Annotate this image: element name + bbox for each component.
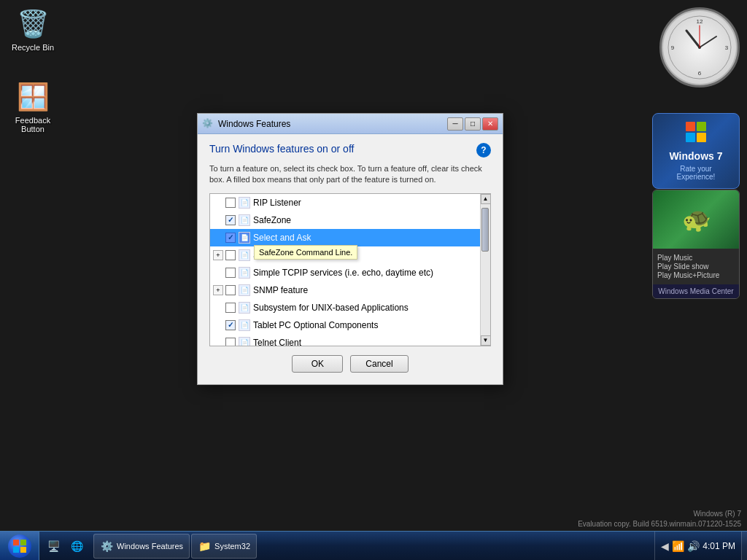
feature-list-scrollbar[interactable]: ▲ ▼	[480, 194, 490, 346]
scrollbar-thumb[interactable]	[481, 208, 489, 252]
safezone-tooltip: SafeZone Command Line.	[254, 245, 357, 260]
feature-icon-tablet: 📄	[239, 319, 250, 331]
show-desktop-strip[interactable]	[741, 532, 747, 561]
feature-name-telnet-client: Telnet Client	[253, 338, 301, 346]
feature-icon-rip: 📄	[239, 197, 250, 209]
feature-icon-select: 📄	[239, 232, 250, 244]
checkbox-tablet-pc[interactable]	[225, 320, 236, 330]
ok-button[interactable]: OK	[292, 355, 343, 373]
checkbox-telnet-client[interactable]	[225, 338, 236, 346]
cancel-button[interactable]: Cancel	[350, 355, 408, 373]
svg-rect-15	[13, 547, 19, 553]
start-button[interactable]	[0, 532, 39, 561]
feature-name-subsystem-unix: Subsystem for UNIX-based Applications	[253, 303, 409, 313]
win-copyright-line2: Evaluation copy. Build 6519.winmain.0712…	[578, 519, 741, 529]
ie-btn[interactable]: 🌐	[66, 535, 88, 557]
show-desktop-btn[interactable]: 🖥️	[42, 535, 64, 557]
dialog-title-text: Windows Features	[218, 119, 290, 129]
system-tray: ◀ 📶 🔊 4:01 PM	[654, 532, 741, 560]
windows-features-taskbar-label: Windows Features	[117, 542, 183, 551]
checkbox-subsystem-unix[interactable]	[225, 303, 236, 313]
tray-volume-icon[interactable]: 🔊	[687, 540, 700, 552]
taskbar-windows-features[interactable]: ⚙️ Windows Features	[93, 534, 190, 559]
feature-list: 📄 RIP Listener 📄 SafeZone	[210, 194, 490, 346]
tray-time-display: 4:01 PM	[703, 541, 735, 551]
svg-rect-13	[13, 540, 19, 545]
feature-name-safezone: SafeZone	[253, 215, 291, 225]
win-copyright: Windows (R) 7 Evaluation copy. Build 651…	[578, 509, 741, 529]
checkbox-snmp[interactable]	[225, 285, 236, 295]
taskbar-items: ⚙️ Windows Features 📁 System32	[90, 534, 654, 559]
checkbox-rip-listener[interactable]	[225, 198, 236, 208]
desktop: 🗑️ Recycle Bin 🪟 Feedback Button 12 3 6 …	[0, 0, 747, 560]
tray-arrow-icon[interactable]: ◀	[661, 540, 669, 552]
windows-features-dialog: ⚙️ Windows Features ─ □ ✕ Turn Windows f…	[197, 113, 503, 385]
start-orb	[8, 534, 31, 558]
windows-features-taskbar-icon: ⚙️	[100, 540, 113, 553]
checkbox-safezone[interactable]	[225, 215, 236, 225]
feature-item-safezone[interactable]: 📄 SafeZone	[210, 211, 490, 229]
feature-item-tablet-pc[interactable]: 📄 Tablet PC Optional Components	[210, 316, 490, 334]
dialog-content: Turn Windows features on or off ? To tur…	[198, 134, 503, 384]
dialog-maximize-btn[interactable]: □	[465, 117, 481, 131]
svg-rect-14	[20, 540, 26, 545]
dialog-minimize-btn[interactable]: ─	[447, 117, 463, 131]
dialog-title-left: ⚙️ Windows Features	[202, 118, 290, 130]
scrollbar-up-arrow[interactable]: ▲	[481, 194, 491, 204]
taskbar: 🖥️ 🌐 ⚙️ Windows Features 📁 System32 ◀ 📶 …	[0, 531, 747, 560]
system32-taskbar-icon: 📁	[198, 540, 211, 553]
scrollbar-down-arrow[interactable]: ▼	[481, 335, 491, 346]
feature-icon-unix: 📄	[239, 302, 250, 314]
feature-item-telnet-client[interactable]: 📄 Telnet Client	[210, 334, 490, 346]
feature-name-snmp: SNMP feature	[253, 285, 308, 295]
dialog-heading: Turn Windows features on or off	[209, 143, 354, 155]
tray-time[interactable]: 4:01 PM	[703, 541, 735, 551]
dialog-header: Turn Windows features on or off ?	[209, 143, 491, 158]
win-copyright-line1: Windows (R) 7	[578, 509, 741, 519]
dialog-overlay: ⚙️ Windows Features ─ □ ✕ Turn Windows f…	[0, 0, 747, 560]
feature-icon-snmp: 📄	[239, 284, 250, 296]
feature-item-snmp[interactable]: + 📄 SNMP feature	[210, 281, 490, 299]
checkbox-select-ask[interactable]	[225, 233, 236, 243]
feature-icon-services: 📄	[239, 249, 250, 261]
feature-list-container: 📄 RIP Listener 📄 SafeZone	[209, 193, 491, 346]
feature-item-select-ask[interactable]: 📄 Select and Ask SafeZone Command Line.	[210, 229, 490, 246]
dialog-titlebar: ⚙️ Windows Features ─ □ ✕	[198, 114, 503, 134]
feature-icon-tcpip: 📄	[239, 267, 250, 279]
system32-taskbar-label: System32	[214, 542, 250, 551]
checkbox-services[interactable]	[225, 250, 236, 260]
dialog-help-btn[interactable]: ?	[476, 143, 491, 158]
taskbar-system32[interactable]: 📁 System32	[191, 534, 257, 559]
feature-icon-telnet-c: 📄	[239, 337, 250, 346]
dialog-close-btn[interactable]: ✕	[482, 117, 498, 131]
dialog-buttons: OK Cancel	[209, 355, 491, 376]
svg-rect-16	[20, 547, 26, 553]
feature-name-rip-listener: RIP Listener	[253, 198, 301, 208]
taskbar-quick-launch: 🖥️ 🌐	[39, 535, 90, 557]
feature-item-subsystem-unix[interactable]: 📄 Subsystem for UNIX-based Applications	[210, 299, 490, 316]
dialog-title-icon: ⚙️	[202, 118, 214, 130]
feature-item-simple-tcpip[interactable]: 📄 Simple TCPIP services (i.e. echo, dayt…	[210, 264, 490, 281]
checkbox-simple-tcpip[interactable]	[225, 268, 236, 278]
scrollbar-track[interactable]	[481, 204, 490, 335]
tray-network-icon[interactable]: 📶	[672, 540, 684, 552]
expand-btn-snmp[interactable]: +	[213, 285, 223, 295]
expand-btn-services[interactable]: +	[213, 250, 223, 260]
feature-name-select-ask: Select and Ask	[253, 233, 311, 243]
feature-name-tablet-pc: Tablet PC Optional Components	[253, 320, 378, 330]
feature-item-rip-listener[interactable]: 📄 RIP Listener	[210, 194, 490, 211]
dialog-description: To turn a feature on, select its check b…	[209, 163, 491, 186]
feature-icon-safezone: 📄	[239, 214, 250, 226]
dialog-controls: ─ □ ✕	[447, 117, 498, 131]
feature-name-simple-tcpip: Simple TCPIP services (i.e. echo, daytim…	[253, 268, 433, 278]
